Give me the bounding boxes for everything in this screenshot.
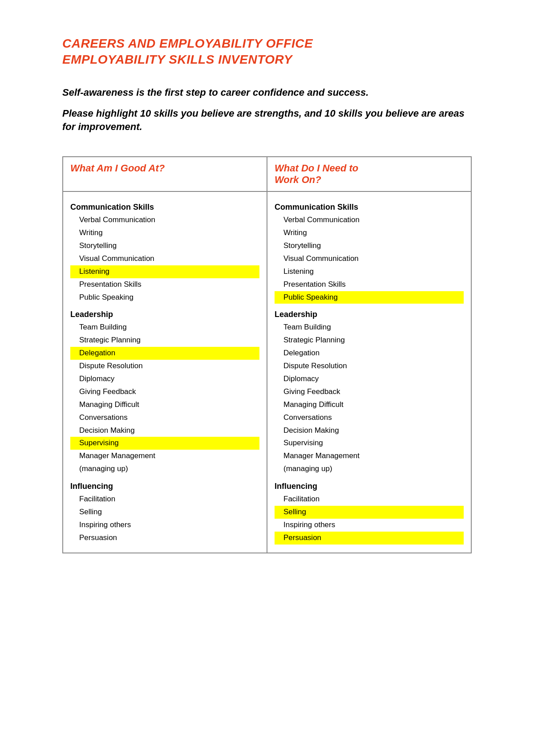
category-header-1: Leadership: [70, 310, 259, 319]
skill-item-1-5: Giving Feedback: [275, 386, 464, 398]
skill-item-1-1: Strategic Planning: [70, 334, 259, 347]
skill-item-0-0: Verbal Communication: [70, 214, 259, 227]
category-header-2: Influencing: [70, 482, 259, 491]
skill-item-0-5: Presentation Skills: [70, 278, 259, 291]
col2-content: Communication SkillsVerbal Communication…: [267, 191, 471, 553]
skill-item-0-6: Public Speaking: [275, 291, 464, 304]
category-group-0: Communication SkillsVerbal Communication…: [70, 203, 259, 304]
category-group-2: InfluencingFacilitationSellingInspiring …: [275, 482, 464, 545]
skill-item-1-7: Conversations: [275, 411, 464, 424]
skill-item-1-5: Giving Feedback: [70, 386, 259, 398]
skill-item-0-2: Storytelling: [70, 240, 259, 252]
skill-item-1-3: Dispute Resolution: [70, 360, 259, 373]
skill-item-2-2: Inspiring others: [70, 519, 259, 532]
skill-item-2-1: Selling: [275, 506, 464, 519]
skill-item-1-8: Decision Making: [275, 424, 464, 437]
skill-item-2-3: Persuasion: [70, 532, 259, 545]
skill-item-1-0: Team Building: [275, 321, 464, 334]
skill-item-0-1: Writing: [275, 227, 464, 240]
skill-item-1-6: Managing Difficult: [275, 398, 464, 411]
skill-item-0-4: Listening: [275, 265, 464, 278]
skill-item-1-1: Strategic Planning: [275, 334, 464, 347]
skill-item-1-2: Delegation: [275, 347, 464, 360]
col1-content: Communication SkillsVerbal Communication…: [63, 191, 267, 553]
skill-item-0-3: Visual Communication: [275, 252, 464, 265]
skill-item-1-9: Supervising: [275, 437, 464, 450]
intro-sentence2: Please highlight 10 skills you believe a…: [62, 107, 472, 134]
skill-item-1-10: Manager Management: [70, 450, 259, 463]
skill-item-1-8: Decision Making: [70, 424, 259, 437]
skill-item-1-2: Delegation: [70, 347, 259, 360]
skill-item-0-6: Public Speaking: [70, 291, 259, 304]
skill-item-2-0: Facilitation: [275, 493, 464, 506]
page-header: CAREERS AND EMPLOYABILITY OFFICE EMPLOYA…: [62, 36, 472, 68]
intro-sentence1: Self-awareness is the first step to care…: [62, 86, 472, 100]
skill-item-0-4: Listening: [70, 265, 259, 278]
intro-block: Self-awareness is the first step to care…: [62, 86, 472, 134]
skill-item-1-9: Supervising: [70, 437, 259, 450]
skill-item-2-3: Persuasion: [275, 532, 464, 545]
category-group-1: LeadershipTeam BuildingStrategic Plannin…: [275, 310, 464, 476]
category-header-0: Communication Skills: [70, 203, 259, 212]
skill-item-0-3: Visual Communication: [70, 252, 259, 265]
col1-header: What Am I Good At?: [63, 157, 267, 191]
skill-item-0-1: Writing: [70, 227, 259, 240]
skill-item-0-2: Storytelling: [275, 240, 464, 252]
category-header-0: Communication Skills: [275, 203, 464, 212]
skill-item-1-11: (managing up): [275, 463, 464, 476]
skill-item-1-4: Diplomacy: [275, 373, 464, 386]
skill-item-0-0: Verbal Communication: [275, 214, 464, 227]
skill-item-0-5: Presentation Skills: [275, 278, 464, 291]
skill-item-1-7: Conversations: [70, 411, 259, 424]
skill-item-1-11: (managing up): [70, 463, 259, 476]
col2-header: What Do I Need to Work On?: [267, 157, 471, 191]
skill-item-1-6: Managing Difficult: [70, 398, 259, 411]
category-group-1: LeadershipTeam BuildingStrategic Plannin…: [70, 310, 259, 476]
skill-item-1-10: Manager Management: [275, 450, 464, 463]
skills-table: What Am I Good At? What Do I Need to Wor…: [62, 156, 472, 553]
skill-item-2-0: Facilitation: [70, 493, 259, 506]
category-group-2: InfluencingFacilitationSellingInspiring …: [70, 482, 259, 545]
category-header-1: Leadership: [275, 310, 464, 319]
skill-item-2-2: Inspiring others: [275, 519, 464, 532]
category-group-0: Communication SkillsVerbal Communication…: [275, 203, 464, 304]
skill-item-1-0: Team Building: [70, 321, 259, 334]
title-line2: EMPLOYABILITY SKILLS INVENTORY: [62, 52, 472, 68]
skill-item-1-4: Diplomacy: [70, 373, 259, 386]
skill-item-2-1: Selling: [70, 506, 259, 519]
skill-item-1-3: Dispute Resolution: [275, 360, 464, 373]
category-header-2: Influencing: [275, 482, 464, 491]
title-line1: CAREERS AND EMPLOYABILITY OFFICE: [62, 36, 472, 52]
